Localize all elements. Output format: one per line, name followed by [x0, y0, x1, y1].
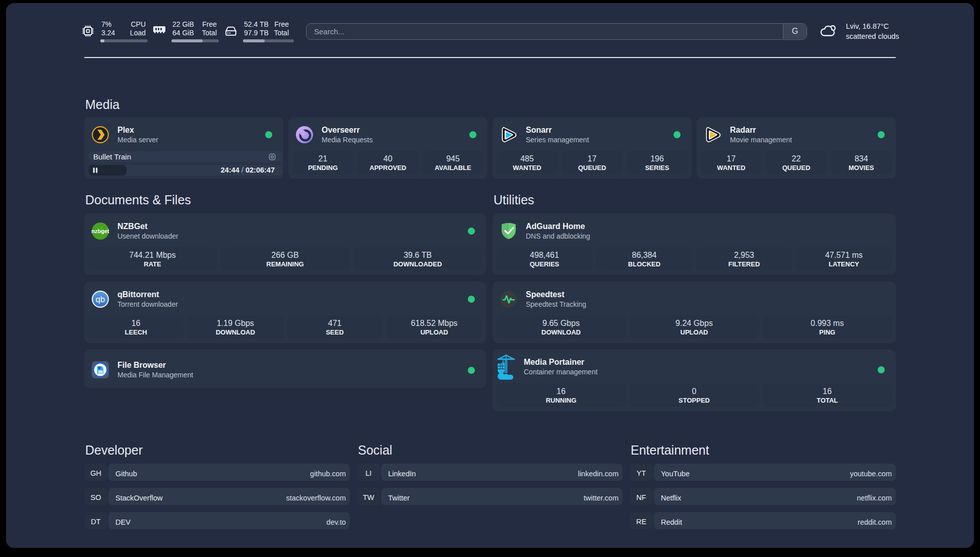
- svg-text:nzbget: nzbget: [91, 228, 109, 234]
- svg-text:qb: qb: [96, 295, 105, 304]
